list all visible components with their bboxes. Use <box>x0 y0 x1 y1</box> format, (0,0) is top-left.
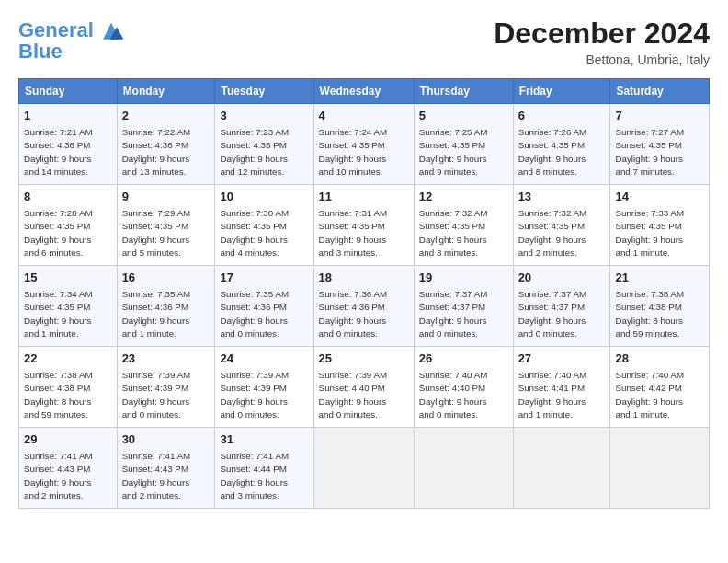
day-number: 24 <box>220 350 308 367</box>
day-number: 31 <box>220 431 308 448</box>
calendar-table: SundayMondayTuesdayWednesdayThursdayFrid… <box>18 78 710 509</box>
day-number: 23 <box>122 350 210 367</box>
day-number: 28 <box>615 350 704 367</box>
day-info: Sunrise: 7:29 AM Sunset: 4:35 PM Dayligh… <box>122 207 210 259</box>
header: General Blue December 2024 Bettona, Umbr… <box>18 17 710 67</box>
day-info: Sunrise: 7:33 AM Sunset: 4:35 PM Dayligh… <box>615 207 704 259</box>
title-block: December 2024 Bettona, Umbria, Italy <box>494 17 710 67</box>
calendar-cell: 15Sunrise: 7:34 AM Sunset: 4:35 PM Dayli… <box>19 266 118 347</box>
day-info: Sunrise: 7:41 AM Sunset: 4:43 PM Dayligh… <box>122 450 210 502</box>
calendar-cell: 8Sunrise: 7:28 AM Sunset: 4:35 PM Daylig… <box>19 185 118 266</box>
day-number: 6 <box>518 108 606 124</box>
day-info: Sunrise: 7:26 AM Sunset: 4:35 PM Dayligh… <box>518 126 606 178</box>
day-number: 18 <box>319 270 409 286</box>
logo-text: General <box>18 19 94 41</box>
calendar-cell: 26Sunrise: 7:40 AM Sunset: 4:40 PM Dayli… <box>414 347 513 428</box>
day-number: 9 <box>122 189 210 205</box>
month-title: December 2024 <box>494 17 710 51</box>
calendar-cell: 12Sunrise: 7:32 AM Sunset: 4:35 PM Dayli… <box>414 185 513 266</box>
calendar-cell: 25Sunrise: 7:39 AM Sunset: 4:40 PM Dayli… <box>313 347 414 428</box>
location-subtitle: Bettona, Umbria, Italy <box>494 52 710 67</box>
day-number: 19 <box>419 270 508 286</box>
calendar-cell: 14Sunrise: 7:33 AM Sunset: 4:35 PM Dayli… <box>610 185 710 266</box>
calendar-cell: 10Sunrise: 7:30 AM Sunset: 4:35 PM Dayli… <box>215 185 313 266</box>
day-number: 8 <box>24 189 112 205</box>
calendar-cell: 22Sunrise: 7:38 AM Sunset: 4:38 PM Dayli… <box>19 347 118 428</box>
weekday-header-tuesday: Tuesday <box>215 79 313 104</box>
calendar-cell <box>610 428 710 509</box>
day-info: Sunrise: 7:25 AM Sunset: 4:35 PM Dayligh… <box>419 126 508 178</box>
calendar-cell: 3Sunrise: 7:23 AM Sunset: 4:35 PM Daylig… <box>215 104 313 185</box>
calendar-cell: 23Sunrise: 7:39 AM Sunset: 4:39 PM Dayli… <box>117 347 215 428</box>
calendar-cell: 6Sunrise: 7:26 AM Sunset: 4:35 PM Daylig… <box>513 104 610 185</box>
day-info: Sunrise: 7:37 AM Sunset: 4:37 PM Dayligh… <box>518 288 606 340</box>
weekday-header-wednesday: Wednesday <box>313 79 414 104</box>
day-info: Sunrise: 7:21 AM Sunset: 4:36 PM Dayligh… <box>24 126 112 178</box>
calendar-cell: 13Sunrise: 7:32 AM Sunset: 4:35 PM Dayli… <box>513 185 610 266</box>
day-info: Sunrise: 7:38 AM Sunset: 4:38 PM Dayligh… <box>24 369 112 421</box>
calendar-cell: 7Sunrise: 7:27 AM Sunset: 4:35 PM Daylig… <box>610 104 710 185</box>
calendar-cell: 28Sunrise: 7:40 AM Sunset: 4:42 PM Dayli… <box>610 347 710 428</box>
day-number: 20 <box>518 270 606 286</box>
day-number: 12 <box>419 189 508 205</box>
day-number: 7 <box>615 108 704 124</box>
day-info: Sunrise: 7:22 AM Sunset: 4:36 PM Dayligh… <box>122 126 210 178</box>
calendar-cell <box>313 428 414 509</box>
page: General Blue December 2024 Bettona, Umbr… <box>0 0 728 518</box>
calendar-cell: 17Sunrise: 7:35 AM Sunset: 4:36 PM Dayli… <box>215 266 313 347</box>
calendar-week-row: 1Sunrise: 7:21 AM Sunset: 4:36 PM Daylig… <box>19 104 710 185</box>
calendar-cell <box>513 428 610 509</box>
day-info: Sunrise: 7:41 AM Sunset: 4:43 PM Dayligh… <box>24 450 112 502</box>
day-info: Sunrise: 7:31 AM Sunset: 4:35 PM Dayligh… <box>319 207 409 259</box>
calendar-cell: 21Sunrise: 7:38 AM Sunset: 4:38 PM Dayli… <box>610 266 710 347</box>
day-info: Sunrise: 7:32 AM Sunset: 4:35 PM Dayligh… <box>419 207 508 259</box>
day-number: 13 <box>518 189 606 205</box>
day-number: 25 <box>319 350 409 367</box>
day-info: Sunrise: 7:39 AM Sunset: 4:39 PM Dayligh… <box>122 369 210 421</box>
weekday-header-monday: Monday <box>117 79 215 104</box>
day-number: 29 <box>24 431 112 448</box>
calendar-cell: 24Sunrise: 7:39 AM Sunset: 4:39 PM Dayli… <box>215 347 313 428</box>
day-info: Sunrise: 7:37 AM Sunset: 4:37 PM Dayligh… <box>419 288 508 340</box>
day-number: 14 <box>615 189 704 205</box>
weekday-header-friday: Friday <box>513 79 610 104</box>
day-number: 5 <box>419 108 508 124</box>
calendar-cell: 16Sunrise: 7:35 AM Sunset: 4:36 PM Dayli… <box>117 266 215 347</box>
calendar-cell: 5Sunrise: 7:25 AM Sunset: 4:35 PM Daylig… <box>414 104 513 185</box>
day-info: Sunrise: 7:40 AM Sunset: 4:42 PM Dayligh… <box>615 369 704 421</box>
day-number: 26 <box>419 350 508 367</box>
day-number: 21 <box>615 270 704 286</box>
day-number: 17 <box>220 270 308 286</box>
day-number: 27 <box>518 350 606 367</box>
day-info: Sunrise: 7:35 AM Sunset: 4:36 PM Dayligh… <box>220 288 308 340</box>
day-number: 10 <box>220 189 308 205</box>
logo-text2: Blue <box>18 40 63 63</box>
day-number: 30 <box>122 431 210 448</box>
day-info: Sunrise: 7:38 AM Sunset: 4:38 PM Dayligh… <box>615 288 704 340</box>
day-number: 16 <box>122 270 210 286</box>
calendar-cell: 2Sunrise: 7:22 AM Sunset: 4:36 PM Daylig… <box>117 104 215 185</box>
calendar-cell: 29Sunrise: 7:41 AM Sunset: 4:43 PM Dayli… <box>19 428 118 509</box>
day-number: 11 <box>319 189 409 205</box>
day-number: 4 <box>319 108 409 124</box>
day-info: Sunrise: 7:41 AM Sunset: 4:44 PM Dayligh… <box>220 450 308 502</box>
calendar-week-row: 22Sunrise: 7:38 AM Sunset: 4:38 PM Dayli… <box>19 347 710 428</box>
day-info: Sunrise: 7:36 AM Sunset: 4:36 PM Dayligh… <box>319 288 409 340</box>
calendar-cell: 4Sunrise: 7:24 AM Sunset: 4:35 PM Daylig… <box>313 104 414 185</box>
day-info: Sunrise: 7:30 AM Sunset: 4:35 PM Dayligh… <box>220 207 308 259</box>
weekday-header-sunday: Sunday <box>19 79 118 104</box>
calendar-week-row: 29Sunrise: 7:41 AM Sunset: 4:43 PM Dayli… <box>19 428 710 509</box>
day-info: Sunrise: 7:32 AM Sunset: 4:35 PM Dayligh… <box>518 207 606 259</box>
day-info: Sunrise: 7:24 AM Sunset: 4:35 PM Dayligh… <box>319 126 409 178</box>
day-info: Sunrise: 7:35 AM Sunset: 4:36 PM Dayligh… <box>122 288 210 340</box>
calendar-cell <box>414 428 513 509</box>
weekday-header-saturday: Saturday <box>610 79 710 104</box>
day-info: Sunrise: 7:39 AM Sunset: 4:40 PM Dayligh… <box>319 369 409 421</box>
day-number: 15 <box>24 270 112 286</box>
day-info: Sunrise: 7:27 AM Sunset: 4:35 PM Dayligh… <box>615 126 704 178</box>
day-number: 3 <box>220 108 308 124</box>
logo-icon <box>97 17 125 44</box>
day-info: Sunrise: 7:28 AM Sunset: 4:35 PM Dayligh… <box>24 207 112 259</box>
day-info: Sunrise: 7:40 AM Sunset: 4:40 PM Dayligh… <box>419 369 508 421</box>
day-number: 1 <box>24 108 112 124</box>
